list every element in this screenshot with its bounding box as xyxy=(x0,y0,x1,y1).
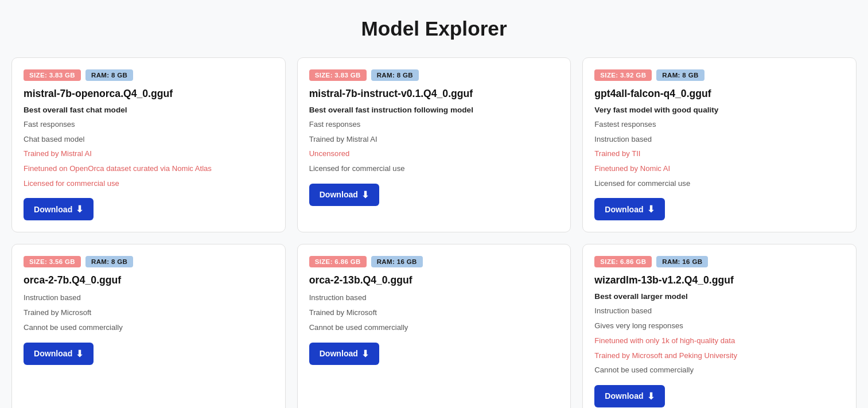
model-name: orca-2-7b.Q4_0.gguf xyxy=(24,274,274,286)
size-badge: SIZE: 3.83 GB xyxy=(309,69,367,81)
model-feature: Trained by Microsoft xyxy=(24,307,274,318)
model-tagline: Best overall larger model xyxy=(594,292,844,301)
model-card-6: SIZE: 6.86 GBRAM: 16 GBwizardlm-13b-v1.2… xyxy=(582,244,857,408)
download-icon: ⬇ xyxy=(647,204,655,215)
download-button[interactable]: Download⬇ xyxy=(309,184,379,206)
download-icon: ⬇ xyxy=(76,348,83,359)
download-icon: ⬇ xyxy=(361,348,369,359)
model-feature: Chat based model xyxy=(24,134,274,145)
download-button-label: Download xyxy=(320,190,358,199)
badges-row: SIZE: 6.86 GBRAM: 16 GB xyxy=(309,256,559,267)
model-feature: Cannot be used commercially xyxy=(594,364,844,376)
model-feature: Licensed for commercial use xyxy=(594,178,844,189)
ram-badge: RAM: 8 GB xyxy=(371,69,419,81)
model-card-2: SIZE: 3.83 GBRAM: 8 GBmistral-7b-instruc… xyxy=(297,57,571,232)
model-card-5: SIZE: 6.86 GBRAM: 16 GBorca-2-13b.Q4_0.g… xyxy=(297,244,571,408)
download-icon: ⬇ xyxy=(76,204,83,215)
download-button-label: Download xyxy=(320,349,358,358)
model-feature: Instruction based xyxy=(594,134,844,145)
badges-row: SIZE: 3.83 GBRAM: 8 GB xyxy=(309,69,559,81)
model-feature: Fastest responses xyxy=(594,119,844,130)
model-name: orca-2-13b.Q4_0.gguf xyxy=(309,274,559,286)
model-feature: Fast responses xyxy=(24,119,274,130)
model-feature: Trained by Microsoft xyxy=(309,307,559,318)
model-name: mistral-7b-instruct-v0.1.Q4_0.gguf xyxy=(309,88,559,100)
badges-row: SIZE: 3.83 GBRAM: 8 GB xyxy=(24,69,274,81)
ram-badge: RAM: 16 GB xyxy=(656,256,708,267)
model-name: wizardlm-13b-v1.2.Q4_0.gguf xyxy=(594,274,844,286)
size-badge: SIZE: 6.86 GB xyxy=(594,256,652,267)
badges-row: SIZE: 3.92 GBRAM: 8 GB xyxy=(594,69,844,81)
download-button[interactable]: Download⬇ xyxy=(24,343,94,365)
model-feature: Cannot be used commercially xyxy=(309,322,559,333)
size-badge: SIZE: 6.86 GB xyxy=(309,256,367,267)
model-feature: Uncensored xyxy=(309,148,559,160)
model-feature: Trained by TII xyxy=(594,148,844,160)
model-feature: Trained by Microsoft and Peking Universi… xyxy=(594,350,844,362)
download-button-label: Download xyxy=(34,205,72,214)
ram-badge: RAM: 16 GB xyxy=(371,256,423,267)
badges-row: SIZE: 3.56 GBRAM: 8 GB xyxy=(24,256,274,267)
model-feature: Trained by Mistral AI xyxy=(24,148,274,160)
model-feature: Finetuned by Nomic AI xyxy=(594,163,844,174)
size-badge: SIZE: 3.56 GB xyxy=(24,256,81,267)
ram-badge: RAM: 8 GB xyxy=(85,256,133,267)
model-feature: Instruction based xyxy=(309,292,559,304)
model-card-4: SIZE: 3.56 GBRAM: 8 GBorca-2-7b.Q4_0.ggu… xyxy=(11,244,286,408)
download-button[interactable]: Download⬇ xyxy=(309,343,379,365)
size-badge: SIZE: 3.83 GB xyxy=(24,69,81,81)
model-feature: Instruction based xyxy=(594,305,844,317)
model-tagline: Very fast model with good quality xyxy=(594,106,844,114)
download-icon: ⬇ xyxy=(361,189,369,200)
download-button[interactable]: Download⬇ xyxy=(594,385,664,407)
badges-row: SIZE: 6.86 GBRAM: 16 GB xyxy=(594,256,844,267)
model-feature: Finetuned on OpenOrca dataset curated vi… xyxy=(24,163,274,174)
ram-badge: RAM: 8 GB xyxy=(656,69,704,81)
size-badge: SIZE: 3.92 GB xyxy=(594,69,652,81)
download-button[interactable]: Download⬇ xyxy=(594,198,664,220)
page-title: Model Explorer xyxy=(11,17,857,40)
model-feature: Cannot be used commercially xyxy=(24,322,274,333)
model-grid: SIZE: 3.83 GBRAM: 8 GBmistral-7b-openorc… xyxy=(11,57,857,408)
model-feature: Licensed for commercial use xyxy=(24,178,274,189)
download-button[interactable]: Download⬇ xyxy=(24,198,94,220)
model-card-1: SIZE: 3.83 GBRAM: 8 GBmistral-7b-openorc… xyxy=(11,57,286,232)
model-feature: Gives very long responses xyxy=(594,320,844,332)
model-card-3: SIZE: 3.92 GBRAM: 8 GBgpt4all-falcon-q4_… xyxy=(582,57,857,232)
model-name: gpt4all-falcon-q4_0.gguf xyxy=(594,88,844,100)
model-feature: Instruction based xyxy=(24,292,274,304)
model-feature: Finetuned with only 1k of high-quality d… xyxy=(594,335,844,347)
model-tagline: Best overall fast instruction following … xyxy=(309,106,559,114)
model-name: mistral-7b-openorca.Q4_0.gguf xyxy=(24,88,274,100)
model-feature: Licensed for commercial use xyxy=(309,163,559,174)
ram-badge: RAM: 8 GB xyxy=(85,69,133,81)
download-icon: ⬇ xyxy=(647,391,655,402)
download-button-label: Download xyxy=(605,391,643,401)
model-feature: Fast responses xyxy=(309,119,559,130)
model-feature: Trained by Mistral AI xyxy=(309,134,559,145)
download-button-label: Download xyxy=(605,205,643,214)
model-tagline: Best overall fast chat model xyxy=(24,106,274,114)
download-button-label: Download xyxy=(34,349,72,358)
